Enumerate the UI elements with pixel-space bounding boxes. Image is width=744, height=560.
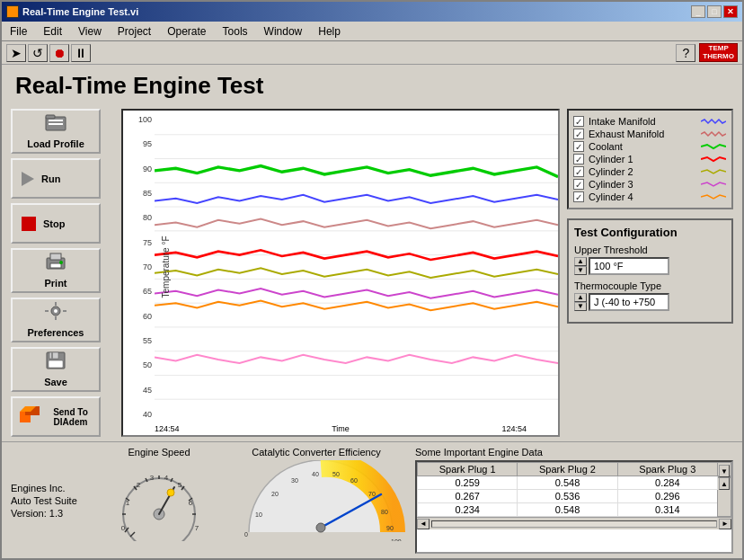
svg-text:4: 4 [164,474,169,482]
svg-rect-11 [55,316,57,320]
pause-button[interactable]: ⏸ [71,44,91,62]
print-button[interactable]: Print [11,248,101,293]
run-icon [22,172,34,186]
maximize-button[interactable]: □ [707,5,722,18]
engine-data-table: Spark Plug 1 Spark Plug 2 Spark Plug 3 0… [417,462,731,517]
run-button[interactable]: Run [11,158,101,199]
close-button[interactable]: ✕ [723,5,738,18]
svg-text:6: 6 [189,499,193,507]
reload-button[interactable]: ↺ [28,44,48,62]
preferences-label: Preferences [28,327,84,338]
legend-label-cyl1: Cylinder 1 [589,154,695,164]
send-to-diadem-button[interactable]: Send To DIAdem [11,396,101,437]
info-line2: Auto Test Suite [11,495,92,506]
svg-point-9 [54,309,58,313]
cell-r1c3: 0.284 [617,476,717,490]
menu-project[interactable]: Project [114,24,155,39]
svg-rect-16 [51,352,53,359]
legend-checkbox-cyl1[interactable]: ✓ [573,154,584,164]
chart-inner: 100 95 90 85 80 75 70 65 60 55 50 45 40 [123,111,558,423]
menu-tools[interactable]: Tools [219,24,252,39]
y-tick-40: 40 [123,410,152,419]
table-row: 0.259 0.548 0.284 ▲ ▼ [418,476,731,490]
stop-record-button[interactable]: ⏺ [49,44,69,62]
cell-r3c3: 0.314 [617,503,717,517]
svg-text:2: 2 [137,481,141,489]
svg-text:5: 5 [178,481,182,489]
info-line1: Engines Inc. [11,483,92,493]
menu-bar: File Edit View Project Operate Tools Win… [2,22,742,41]
stop-button[interactable]: Stop [11,203,101,244]
table-row: 0.234 0.548 0.314 [418,503,731,517]
legend-checkbox-exhaust[interactable]: ✓ [573,129,584,139]
thermocouple-field[interactable] [589,293,669,311]
minimize-button[interactable]: _ [691,5,705,18]
cell-r3c2: 0.548 [518,503,617,517]
load-profile-label: Load Profile [27,138,84,149]
legend-label-cyl2: Cylinder 2 [589,166,695,177]
svg-text:0: 0 [121,524,126,532]
svg-text:10: 10 [255,511,262,518]
menu-file[interactable]: File [6,24,31,39]
table-hscrollbar[interactable]: ◄ ► [417,517,731,529]
svg-text:3: 3 [150,474,155,482]
legend-line-cyl3 [700,178,727,191]
save-button[interactable]: Save [11,347,101,392]
menu-edit[interactable]: Edit [40,24,66,39]
title-bar: Real-Time Engine Test.vi _ □ ✕ [2,2,742,22]
thermocouple-spinner: ▲ ▼ [574,293,587,311]
table-scrollbar[interactable]: ▲ ▼ [718,476,731,517]
thermocouple-up[interactable]: ▲ [574,293,587,302]
test-config-panel: Test Configuration Upper Threshold ▲ ▼ [567,218,733,324]
header-spark3: Spark Plug 3 [617,463,717,476]
help-button[interactable]: ? [676,44,695,62]
svg-rect-6 [50,263,61,268]
svg-text:1: 1 [126,499,130,507]
upper-threshold-input-row: ▲ ▼ [574,257,726,275]
legend-checkbox-cyl3[interactable]: ✓ [573,179,584,190]
load-profile-button[interactable]: Load Profile [11,109,101,154]
thermocouple-row: Thermocouple Type ▲ ▼ [574,280,726,311]
svg-rect-3 [49,123,63,125]
legend-checkbox-coolant[interactable]: ✓ [573,141,584,152]
thermocouple-down[interactable]: ▼ [574,302,587,311]
send-to-diadem-label: Send To DIAdem [47,407,94,427]
legend-label-intake: Intake Manifold [589,116,695,127]
load-profile-icon [45,113,66,136]
info-panel: Engines Inc. Auto Test Suite Version: 1.… [11,447,92,554]
chart-svg [155,111,558,423]
hscroll-right[interactable]: ► [719,519,731,529]
upper-threshold-up[interactable]: ▲ [574,257,587,266]
legend-line-intake [700,115,727,128]
legend-cylinder2: ✓ Cylinder 2 [573,165,727,178]
y-tick-75: 75 [123,238,152,247]
menu-help[interactable]: Help [314,24,344,39]
svg-rect-5 [50,253,61,260]
upper-threshold-field[interactable] [589,257,669,275]
hscroll-left[interactable]: ◄ [417,519,430,529]
svg-text:80: 80 [381,509,388,515]
x-axis-row: 124:54 Time 124:54 [123,423,558,435]
legend-checkbox-intake[interactable]: ✓ [573,116,584,127]
legend-checkbox-cyl4[interactable]: ✓ [573,191,584,202]
svg-text:20: 20 [271,491,279,497]
menu-view[interactable]: View [75,24,105,39]
y-tick-60: 60 [123,312,152,321]
info-line3: Version: 1.3 [11,508,92,519]
svg-text:30: 30 [291,477,298,484]
window-title: Real-Time Engine Test.vi [22,6,138,17]
legend-checkbox-cyl2[interactable]: ✓ [573,166,584,177]
run-arrow-button[interactable]: ➤ [6,44,26,62]
preferences-button[interactable]: Preferences [11,298,101,342]
cell-r2c2: 0.536 [518,490,617,503]
upper-threshold-down[interactable]: ▼ [574,266,587,275]
chart-container: 100 95 90 85 80 75 70 65 60 55 50 45 40 [121,109,560,437]
main-content: Real-Time Engine Test Load Profile Run [2,65,742,558]
table-row: 0.267 0.536 0.296 [418,490,731,503]
save-icon [46,351,66,374]
menu-operate[interactable]: Operate [164,24,209,39]
svg-text:90: 90 [386,525,394,531]
menu-window[interactable]: Window [261,24,306,39]
x-axis-label: Time [332,424,350,433]
table-header-row: Spark Plug 1 Spark Plug 2 Spark Plug 3 [418,463,731,476]
